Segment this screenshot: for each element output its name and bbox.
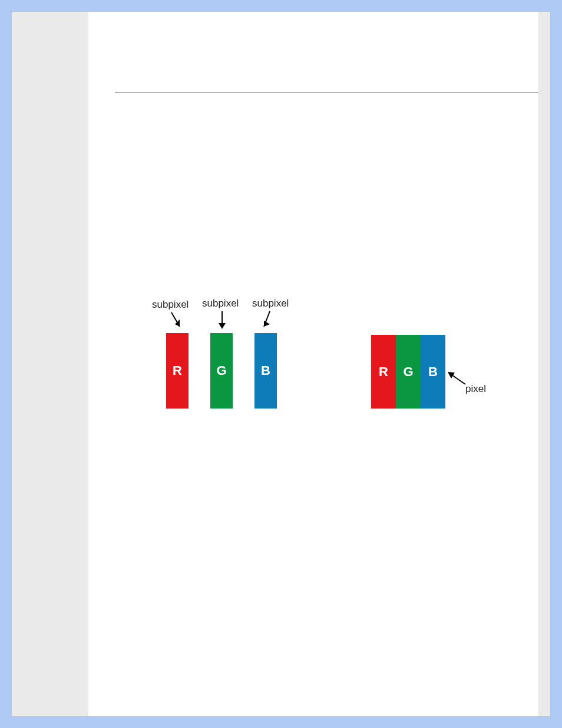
letter-b: B: [254, 363, 277, 378]
rgb-diagram: subpixel R subpixel G subpixel: [88, 12, 538, 716]
pixel-letter-r: R: [371, 364, 396, 380]
pixel-bar-g: G: [396, 335, 421, 409]
svg-marker-7: [448, 372, 455, 378]
svg-marker-5: [264, 321, 270, 327]
pixel-letter-b: B: [421, 364, 445, 380]
pixel-bar-b: B: [421, 335, 445, 409]
label-subpixel-b: subpixel: [252, 298, 289, 309]
letter-g: G: [210, 363, 233, 378]
subpixel-bar-r: R: [166, 333, 189, 409]
arrow-to-g-bar-icon: [217, 310, 229, 332]
arrow-to-b-bar-icon: [260, 310, 277, 332]
document-page: subpixel R subpixel G subpixel: [88, 12, 538, 716]
subpixel-bar-b: B: [254, 333, 277, 409]
letter-r: R: [166, 363, 189, 378]
document-frame: subpixel R subpixel G subpixel: [12, 12, 550, 716]
label-pixel: pixel: [465, 383, 486, 395]
gutter-left: [12, 12, 88, 716]
label-subpixel-r: subpixel: [152, 299, 189, 311]
arrow-to-r-bar-icon: [168, 311, 186, 332]
subpixel-bar-g: G: [210, 333, 233, 409]
pixel-letter-g: G: [396, 364, 421, 380]
label-subpixel-g: subpixel: [202, 298, 239, 309]
pixel-bar-r: R: [371, 335, 396, 409]
svg-marker-3: [219, 323, 226, 329]
gutter-right: [538, 12, 550, 716]
